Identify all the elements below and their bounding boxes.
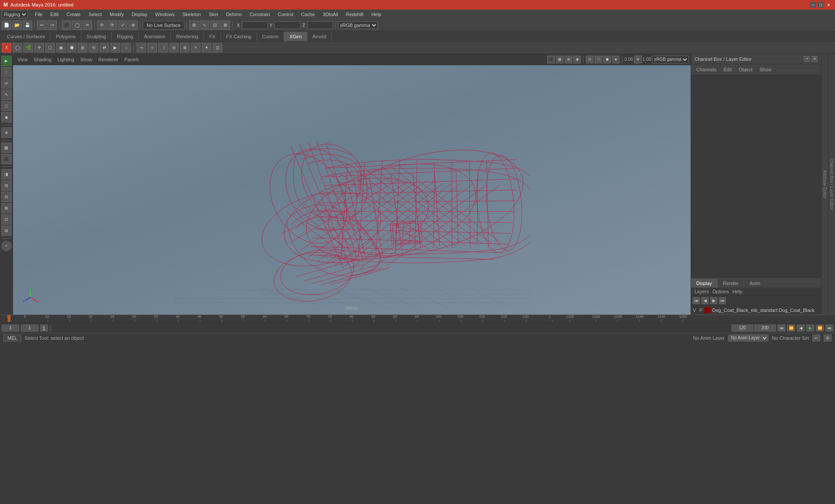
tool-snap[interactable]: ▦ [1, 143, 12, 153]
layer-tab-layers[interactable]: Layers [695, 289, 709, 294]
menu-cache[interactable]: Cache [297, 10, 318, 19]
icon-btn-4[interactable]: ✛ [34, 43, 44, 53]
layer-nav-start[interactable]: ⏮ [693, 297, 700, 304]
tool-more[interactable]: + [1, 241, 12, 251]
cb-tab-show[interactable]: Show [758, 66, 773, 73]
vp-btn-wire[interactable]: ⬡ [595, 56, 602, 63]
tool-xgen-1[interactable]: ◨ [1, 169, 12, 179]
layer-nav-next[interactable]: ▶ [710, 297, 717, 304]
layer-nav-end[interactable]: ⏭ [719, 297, 726, 304]
menu-modify[interactable]: Modify [106, 10, 127, 19]
tb-lasso[interactable]: ◯ [72, 20, 82, 30]
layer-color-swatch[interactable] [705, 307, 711, 313]
tab-sculpting[interactable]: Sculpting [81, 32, 112, 41]
tool-scale[interactable]: ✎ [1, 90, 12, 100]
tool-soft-sel[interactable]: ◉ [1, 112, 12, 123]
cb-tab-channels[interactable]: Channels [695, 66, 718, 73]
transport-start-frame[interactable] [2, 325, 19, 332]
icon-btn-10[interactable]: ⇄ [100, 43, 109, 53]
menu-skeleton[interactable]: Skeleton [179, 10, 204, 19]
vp-offset-btn[interactable]: ⊕ [634, 56, 642, 63]
tb-open[interactable]: 📂 [12, 20, 22, 30]
title-bar-controls[interactable]: ─ □ ✕ [810, 2, 832, 8]
vp-btn-smooth[interactable]: ◈ [612, 56, 620, 63]
icon-btn-8[interactable]: ⊞ [78, 43, 87, 53]
tool-select[interactable]: ▶ [1, 56, 12, 66]
coord-x-input[interactable] [242, 21, 268, 29]
tb-snap-point[interactable]: ⊡ [210, 20, 220, 30]
gamma-selector[interactable]: sRGB gamma [338, 21, 378, 29]
tab-animation[interactable]: Animation [139, 32, 171, 41]
menu-control[interactable]: Control [274, 10, 297, 19]
playback-end-frame[interactable] [754, 325, 776, 332]
tool-xgen-5[interactable]: ⊡ [1, 214, 12, 225]
vp-btn-3[interactable]: ◉ [573, 56, 581, 63]
icon-btn-12[interactable]: ↕ [121, 43, 131, 53]
tb-snap-curve[interactable]: ∿ [200, 20, 209, 30]
vp-btn-iso[interactable]: ⊡ [586, 56, 594, 63]
menu-redshift[interactable]: Redshift [343, 10, 367, 19]
btn-go-end[interactable]: ⏭ [825, 325, 833, 332]
btn-go-start[interactable]: ⏮ [778, 325, 785, 332]
icon-btn-16[interactable]: ⊖ [169, 43, 179, 53]
vp-btn-1[interactable]: ▦ [556, 56, 564, 63]
transport-current-frame-left[interactable] [21, 325, 38, 332]
tab-custom[interactable]: Custom [257, 32, 284, 41]
tab-fx[interactable]: FX [204, 32, 221, 41]
char-set-btn2[interactable]: ⚙ [824, 335, 832, 342]
cb-expand-btn[interactable]: ↗ [804, 56, 810, 62]
tool-xgen-4[interactable]: ⊠ [1, 203, 12, 213]
menu-help[interactable]: Help [368, 10, 385, 19]
viewport-3d[interactable]: X Y Z persp [13, 65, 691, 315]
minimize-button[interactable]: ─ [810, 2, 816, 8]
tb-paint[interactable]: ✏ [83, 20, 92, 30]
tool-xgen-3[interactable]: ⊟ [1, 192, 12, 202]
vp-menu-shading[interactable]: Shading [31, 56, 54, 63]
workspace-selector[interactable]: Rigging [2, 10, 28, 18]
timeline-ruler[interactable]: 1 5 10 15 20 25 30 35 40 45 50 55 60 65 … [0, 315, 835, 323]
coord-z-input[interactable] [307, 21, 333, 29]
tb-save[interactable]: 💾 [23, 20, 32, 30]
cb-tab-object[interactable]: Object [737, 66, 754, 73]
tab-fx-caching[interactable]: FX Caching [221, 32, 257, 41]
tool-paint[interactable]: ⬡ [1, 101, 12, 111]
icon-btn-15[interactable]: ☽ [158, 43, 168, 53]
channel-box-header-buttons[interactable]: ↗ ✕ [804, 56, 818, 62]
tab-rigging[interactable]: Rigging [112, 32, 139, 41]
cb-tab-anim[interactable]: Anim [744, 279, 766, 288]
tb-snap-grid[interactable]: ⊞ [189, 20, 199, 30]
icon-btn-7[interactable]: ⬟ [67, 43, 77, 53]
icon-btn-3[interactable]: 🌿 [23, 43, 33, 53]
tool-xgen-2[interactable]: ⊞ [1, 180, 12, 191]
vp-menu-view[interactable]: View [15, 56, 30, 63]
vp-btn-2[interactable]: ⊞ [564, 56, 572, 63]
menu-3dtool[interactable]: 3DtoAll [319, 10, 341, 19]
tb-universal[interactable]: ⊕ [128, 20, 138, 30]
anim-layer-select[interactable]: No Anim Layer [728, 335, 768, 342]
range-end-frame[interactable] [731, 325, 753, 332]
menu-file[interactable]: File [31, 10, 46, 19]
maximize-button[interactable]: □ [818, 2, 824, 8]
icon-btn-11[interactable]: ▶ [110, 43, 120, 53]
layer-tab-options[interactable]: Options [712, 289, 729, 294]
icon-btn-6[interactable]: ◉ [56, 43, 66, 53]
tab-curves-surfaces[interactable]: Curves / Surfaces [2, 32, 50, 41]
layer-tab-help[interactable]: Help [732, 289, 742, 294]
tab-xgen[interactable]: XGen [284, 32, 307, 41]
transport-frame-indicator[interactable]: 1 [40, 325, 48, 332]
btn-step-fwd[interactable]: ⏩ [816, 325, 824, 332]
menu-deform[interactable]: Deform [223, 10, 245, 19]
icon-btn-13[interactable]: ⊸ [137, 43, 146, 53]
btn-step-back[interactable]: ⏪ [787, 325, 795, 332]
tab-polygons[interactable]: Polygons [50, 32, 81, 41]
tool-rotate[interactable]: ⟳ [1, 78, 12, 89]
tool-render-region[interactable]: ⬛ [1, 154, 12, 164]
cb-close-btn[interactable]: ✕ [812, 56, 818, 62]
menu-create[interactable]: Create [63, 10, 84, 19]
layer-nav-prev[interactable]: ◀ [701, 297, 708, 304]
icon-btn-1[interactable]: X [2, 43, 11, 53]
vp-btn-shaded[interactable]: ◼ [603, 56, 611, 63]
tb-new[interactable]: 📄 [2, 20, 11, 30]
menu-select[interactable]: Select [85, 10, 106, 19]
tb-redo[interactable]: ↪ [47, 20, 57, 30]
